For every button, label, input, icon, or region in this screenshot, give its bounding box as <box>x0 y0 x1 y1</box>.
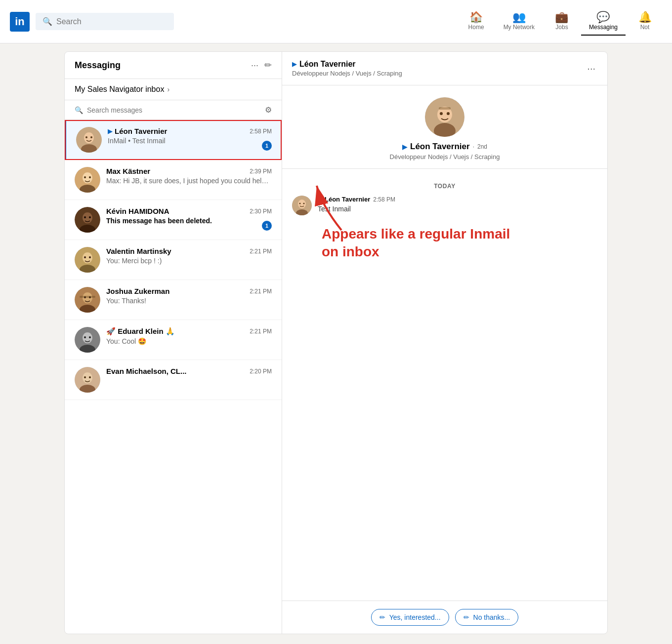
chat-header: ▶ Léon Tavernier Développeur Nodejs / Vu… <box>282 52 607 85</box>
conv-preview-eduard: You: Cool 🤩 <box>106 337 272 345</box>
nav-item-jobs[interactable]: 💼 Jobs <box>545 8 579 36</box>
nav-label-messaging: Messaging <box>589 24 618 31</box>
svg-point-39 <box>440 112 443 115</box>
nav-item-home[interactable]: 🏠 Home <box>459 8 494 36</box>
my-network-icon: 👥 <box>512 12 526 23</box>
messaging-title: Messaging <box>75 60 121 71</box>
degree-badge: · <box>473 143 474 150</box>
conv-preview-leon: InMail • Test Inmail <box>108 137 272 145</box>
messaging-header: Messaging ··· ✏ <box>65 52 282 79</box>
conv-name-evan: Evan Michaelson, CL... <box>106 367 187 375</box>
avatar-evan <box>75 367 100 393</box>
profile-name-main: ▶ Léon Tavernier · 2nd <box>402 142 487 152</box>
unread-badge-leon: 1 <box>262 141 272 151</box>
conv-body-evan: Evan Michaelson, CL... 2:20 PM <box>106 367 272 377</box>
unread-badge-kevin: 1 <box>262 221 272 231</box>
avatar-max <box>75 167 100 193</box>
svg-point-30 <box>89 336 91 338</box>
header-actions: ··· ✏ <box>251 60 272 71</box>
conversation-item-leon[interactable]: ▶ Léon Tavernier 2:58 PM InMail • Test I… <box>65 120 282 160</box>
messages-area: TODAY ▶ Léon Tavernier <box>282 169 607 601</box>
home-icon: 🏠 <box>469 12 483 23</box>
no-thanks-button[interactable]: ✏ No thanks... <box>455 609 519 626</box>
chat-header-subtitle: Développeur Nodejs / Vuejs / Scraping <box>292 70 402 77</box>
conv-body-kevin: Kévin HAMIDONA 2:30 PM This message has … <box>106 207 272 225</box>
conv-time-eduard: 2:21 PM <box>250 328 272 335</box>
conversation-item-valentin[interactable]: Valentin Martinsky 2:21 PM You: Merci bc… <box>65 240 282 280</box>
profile-subtitle-main: Développeur Nodejs / Vuejs / Scraping <box>390 153 500 161</box>
conv-name-joshua: Joshua Zukerman <box>106 287 169 295</box>
bottom-actions: ✏ Yes, interested... ✏ No thanks... <box>282 601 607 634</box>
search-messages-bar[interactable]: 🔍 ⚙ <box>65 100 282 120</box>
degree-text: 2nd <box>477 143 487 150</box>
svg-point-29 <box>84 336 86 338</box>
nav-items: 🏠 Home 👥 My Network 💼 Jobs 💬 Messaging 🔔… <box>459 8 662 36</box>
compose-button[interactable]: ✏ <box>264 60 272 71</box>
conv-name-eduard: 🚀 Eduard Klein 🙏 <box>106 327 175 336</box>
avatar-kevin <box>75 207 100 233</box>
filter-icon[interactable]: ⚙ <box>265 105 272 115</box>
conversation-item-max[interactable]: Max Kästner 2:39 PM Max: Hi JB, it sure … <box>65 160 282 200</box>
svg-point-19 <box>89 256 91 258</box>
svg-point-14 <box>89 216 91 218</box>
conv-body-leon: ▶ Léon Tavernier 2:58 PM InMail • Test I… <box>108 127 272 145</box>
yes-interested-button[interactable]: ✏ Yes, interested... <box>371 609 449 626</box>
conv-body-valentin: Valentin Martinsky 2:21 PM You: Merci bc… <box>106 247 272 265</box>
search-input[interactable] <box>56 17 167 26</box>
chat-avatar-large <box>425 97 464 137</box>
conv-body-max: Max Kästner 2:39 PM Max: Hi JB, it sure … <box>106 167 272 185</box>
chevron-right-icon: › <box>167 85 169 93</box>
conv-preview-joshua: You: Thanks! <box>106 297 272 305</box>
navbar: in 🔍 🏠 Home 👥 My Network 💼 Jobs 💬 Messag… <box>0 0 672 43</box>
search-icon: 🔍 <box>42 17 52 26</box>
chat-profile-section: ▶ Léon Tavernier · 2nd Développeur Nodej… <box>282 85 607 169</box>
svg-point-35 <box>89 376 91 378</box>
conv-time-valentin: 2:21 PM <box>250 248 272 255</box>
conversation-item-evan[interactable]: Evan Michaelson, CL... 2:20 PM <box>65 360 282 400</box>
chat-options-button[interactable]: ··· <box>585 61 597 76</box>
conv-name-kevin: Kévin HAMIDONA <box>106 207 169 215</box>
svg-point-4 <box>90 136 92 138</box>
left-panel: Messaging ··· ✏ My Sales Navigator inbox… <box>65 52 282 634</box>
conv-name-valentin: Valentin Martinsky <box>106 247 171 255</box>
inmail-icon-header: ▶ <box>292 61 296 68</box>
avatar-valentin <box>75 247 100 273</box>
search-bar[interactable]: 🔍 <box>36 13 174 30</box>
messaging-options-button[interactable]: ··· <box>251 60 258 71</box>
nav-item-messaging[interactable]: 💬 Messaging <box>581 8 626 36</box>
nav-item-my-network[interactable]: 👥 My Network <box>496 8 543 36</box>
svg-point-9 <box>89 176 91 178</box>
conv-time-leon: 2:58 PM <box>250 128 272 135</box>
nav-label-my-network: My Network <box>504 24 535 31</box>
pencil-icon-no: ✏ <box>463 613 469 621</box>
conversation-item-joshua[interactable]: Joshua Zukerman 2:21 PM You: Thanks! <box>65 280 282 320</box>
sales-nav-link[interactable]: My Sales Navigator inbox › <box>65 79 282 100</box>
svg-rect-25 <box>80 296 95 298</box>
red-arrow-icon <box>302 176 361 235</box>
nav-label-home: Home <box>468 24 484 31</box>
conv-name-leon: ▶ Léon Tavernier <box>108 127 167 135</box>
main-container: Messaging ··· ✏ My Sales Navigator inbox… <box>64 51 608 634</box>
jobs-icon: 💼 <box>555 12 568 23</box>
conversation-item-kevin[interactable]: Kévin HAMIDONA 2:30 PM This message has … <box>65 200 282 240</box>
svg-point-40 <box>447 112 450 115</box>
conv-preview-max: Max: Hi JB, it sure does, I just hoped y… <box>106 177 272 185</box>
sales-nav-label: My Sales Navigator inbox <box>75 85 164 94</box>
search-messages-icon: 🔍 <box>75 106 83 114</box>
message-time-leon: 2:58 PM <box>373 196 395 203</box>
linkedin-logo[interactable]: in <box>10 12 30 32</box>
svg-point-45 <box>299 203 301 204</box>
svg-rect-41 <box>439 107 451 110</box>
search-messages-input[interactable] <box>87 106 261 114</box>
conversation-list: ▶ Léon Tavernier 2:58 PM InMail • Test I… <box>65 120 282 400</box>
conv-preview-kevin: This message has been deleted. <box>106 217 272 225</box>
conv-time-evan: 2:20 PM <box>250 368 272 375</box>
nav-item-notifications[interactable]: 🔔 Not <box>628 8 662 36</box>
conversation-item-eduard[interactable]: 🚀 Eduard Klein 🙏 2:21 PM You: Cool 🤩 <box>65 320 282 360</box>
conv-preview-valentin: You: Merci bcp ! :) <box>106 257 272 265</box>
annotation-container: Appears like a regular Inmail on inbox <box>292 225 597 261</box>
svg-point-3 <box>85 136 87 138</box>
avatar-joshua <box>75 287 100 313</box>
messaging-icon: 💬 <box>596 12 610 23</box>
conv-time-max: 2:39 PM <box>250 168 272 175</box>
